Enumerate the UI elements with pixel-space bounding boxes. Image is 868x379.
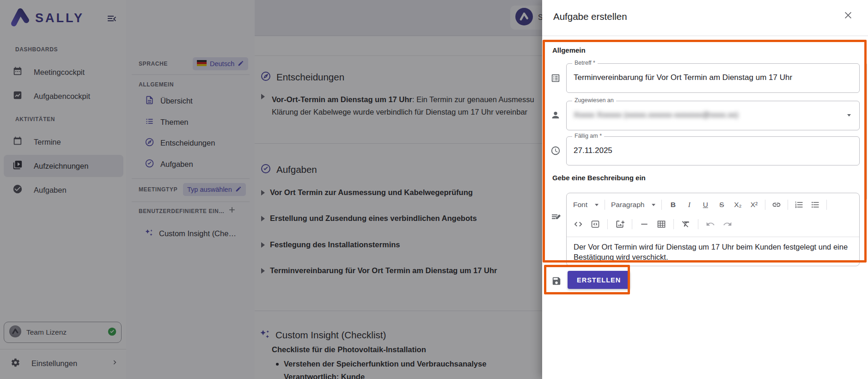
code-block-icon[interactable] <box>590 218 600 230</box>
link-icon[interactable] <box>771 199 782 211</box>
edit-note-icon <box>550 212 562 225</box>
horizontal-rule-icon[interactable] <box>639 218 649 230</box>
toolbar-separator <box>661 200 662 210</box>
person-icon <box>550 110 561 122</box>
form-section-title: Allgemein <box>552 46 586 54</box>
superscript-button[interactable]: X² <box>749 199 759 211</box>
toolbar-row-1: Font Paragraph B I U S X₂ X² <box>573 195 853 214</box>
redo-icon[interactable] <box>722 218 733 230</box>
editor-toolbar: Font Paragraph B I U S X₂ X² <box>567 193 859 237</box>
subject-field[interactable]: Betreff * Terminvereinbarung für Vor Ort… <box>566 63 860 93</box>
subject-field-value[interactable]: Terminvereinbarung für Vor Ort Termin am… <box>574 73 859 82</box>
toolbar-separator <box>673 219 674 229</box>
toolbar-separator <box>826 200 827 210</box>
italic-button[interactable]: I <box>684 199 694 211</box>
dim-overlay[interactable] <box>0 0 542 379</box>
clock-icon <box>550 146 561 158</box>
toolbar-separator <box>698 219 698 229</box>
paragraph-dropdown-label: Paragraph <box>611 201 644 209</box>
description-editor: Font Paragraph B I U S X₂ X² <box>566 193 860 266</box>
toolbar-separator <box>605 200 605 210</box>
close-icon[interactable] <box>843 10 853 22</box>
toolbar-separator <box>607 219 608 229</box>
editor-content[interactable]: Der Vor Ort Termin wird für Dienstag um … <box>567 237 859 267</box>
underline-button[interactable]: U <box>700 199 710 211</box>
bullet-list-icon[interactable] <box>810 199 820 211</box>
assignee-field-value[interactable]: Xxxxx Xxxxxx (xxxxx.xxxxxx-xxxxxxx@xxxx.… <box>574 110 859 120</box>
drawer-scrollbar[interactable] <box>865 63 867 200</box>
caret-down-icon <box>652 204 655 206</box>
strikethrough-button[interactable]: S <box>716 199 727 211</box>
undo-icon[interactable] <box>705 218 715 230</box>
drawer-title: Aufgabe erstellen <box>553 11 627 22</box>
insert-table-icon[interactable] <box>656 218 666 230</box>
due-date-field[interactable]: Fällig am * 27.11.2025 <box>566 136 860 165</box>
caret-down-icon <box>595 204 599 206</box>
font-dropdown-label: Font <box>573 201 587 209</box>
toolbar-separator <box>788 200 788 210</box>
due-date-field-value[interactable]: 27.11.2025 <box>574 146 859 155</box>
subscript-button[interactable]: X₂ <box>733 199 743 211</box>
assignee-field-label: Zugewiesen an <box>572 97 616 104</box>
numbered-list-icon[interactable] <box>794 199 804 211</box>
subject-field-icon <box>550 73 561 85</box>
save-icon <box>551 276 562 288</box>
insert-image-icon[interactable] <box>615 218 625 230</box>
subject-field-label: Betreff * <box>572 60 598 66</box>
font-dropdown[interactable]: Font <box>573 199 599 211</box>
drawer-divider <box>542 36 868 36</box>
inline-code-icon[interactable] <box>573 218 583 230</box>
dropdown-caret-icon[interactable] <box>847 114 851 116</box>
paragraph-dropdown[interactable]: Paragraph <box>611 199 655 211</box>
toolbar-row-2 <box>573 214 853 234</box>
create-button[interactable]: ERSTELLEN <box>568 271 630 289</box>
due-date-field-label: Fällig am * <box>572 133 604 139</box>
remove-format-icon[interactable] <box>681 218 691 230</box>
create-task-drawer: Aufgabe erstellen Allgemein Betreff * Te… <box>542 0 868 379</box>
app-root: SALLY DASHBOARDS Meetingcockpit Aufgaben… <box>0 0 868 379</box>
bold-button[interactable]: B <box>668 199 678 211</box>
assignee-field[interactable]: Zugewiesen an Xxxxx Xxxxxx (xxxxx.xxxxxx… <box>566 101 860 130</box>
toolbar-separator <box>632 219 632 229</box>
toolbar-separator <box>765 200 765 210</box>
description-label: Gebe eine Beschreibung ein <box>552 174 646 182</box>
